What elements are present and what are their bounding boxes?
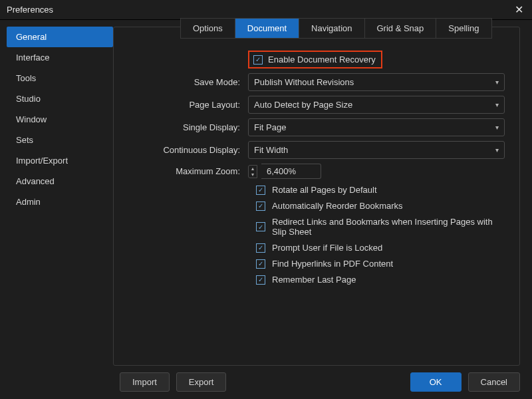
titlebar: Preferences ✕ (0, 0, 532, 20)
page-layout-value: Auto Detect by Page Size (254, 100, 352, 110)
checkbox-label: Find Hyperlinks in PDF Content (272, 259, 393, 269)
save-mode-select[interactable]: Publish Without Revisions▾ (248, 73, 505, 91)
chevron-down-icon: ▾ (495, 146, 499, 154)
tab-options[interactable]: Options (180, 18, 235, 39)
tab-document[interactable]: Document (235, 18, 299, 39)
save-mode-value: Publish Without Revisions (254, 77, 354, 87)
ok-button[interactable]: OK (410, 372, 462, 392)
page-layout-label: Page Layout: (128, 100, 248, 110)
enable-recovery-checkbox[interactable]: ✓ (253, 55, 263, 65)
sidebar-item-admin[interactable]: Admin (7, 192, 113, 212)
save-mode-label: Save Mode: (128, 77, 248, 87)
close-icon[interactable]: ✕ (512, 3, 525, 16)
single-display-value: Fit Page (254, 122, 286, 132)
checkbox-label: Automatically Reorder Bookmarks (272, 201, 403, 211)
max-zoom-label: Maximum Zoom: (128, 166, 248, 176)
max-zoom-input[interactable]: 6,400% (261, 164, 321, 179)
window-title: Preferences (7, 5, 53, 15)
check-row: ✓Automatically Reorder Bookmarks (256, 201, 505, 211)
checkbox[interactable]: ✓ (256, 243, 265, 253)
sidebar-item-sets[interactable]: Sets (7, 130, 113, 150)
sidebar-item-window[interactable]: Window (7, 109, 113, 130)
continuous-display-select[interactable]: Fit Width▾ (248, 141, 505, 159)
page-layout-select[interactable]: Auto Detect by Page Size▾ (248, 96, 505, 114)
tabs: OptionsDocumentNavigationGrid & SnapSpel… (180, 18, 492, 39)
enable-recovery-label: Enable Document Recovery (268, 55, 376, 65)
single-display-select[interactable]: Fit Page▾ (248, 118, 505, 136)
check-row: ✓Remember Last Page (256, 275, 505, 285)
tab-spelling[interactable]: Spelling (436, 18, 491, 39)
checkbox-label: Prompt User if File is Locked (272, 243, 382, 253)
zoom-spinner[interactable]: ▴▾ (248, 165, 257, 178)
footer: Import Export OK Cancel (0, 366, 532, 392)
check-row: ✓Find Hyperlinks in PDF Content (256, 259, 505, 269)
cancel-button[interactable]: Cancel (468, 372, 520, 392)
check-row: ✓Prompt User if File is Locked (256, 243, 505, 253)
sidebar-item-general[interactable]: General (7, 27, 113, 47)
chevron-down-icon: ▾ (495, 124, 499, 131)
chevron-up-icon[interactable]: ▴ (249, 166, 257, 172)
enable-recovery-highlight: ✓ Enable Document Recovery (248, 51, 382, 68)
single-display-label: Single Display: (128, 122, 248, 132)
checkbox[interactable]: ✓ (256, 201, 265, 211)
chevron-down-icon[interactable]: ▾ (249, 172, 257, 178)
checkbox-label: Remember Last Page (272, 275, 356, 285)
chevron-down-icon: ▾ (495, 78, 499, 86)
chevron-down-icon: ▾ (495, 101, 499, 108)
sidebar-item-import-export[interactable]: Import/Export (7, 150, 113, 171)
tab-grid-snap[interactable]: Grid & Snap (364, 18, 436, 39)
check-row: ✓Rotate all Pages by Default (256, 185, 505, 195)
continuous-display-label: Continuous Display: (128, 145, 248, 155)
sidebar-item-tools[interactable]: Tools (7, 68, 113, 88)
tab-navigation[interactable]: Navigation (299, 18, 364, 39)
checkbox[interactable]: ✓ (256, 186, 265, 195)
checkbox[interactable]: ✓ (256, 259, 265, 269)
check-row: ✓Redirect Links and Bookmarks when Inser… (256, 217, 505, 237)
checkbox-label: Redirect Links and Bookmarks when Insert… (272, 217, 505, 237)
sidebar-item-advanced[interactable]: Advanced (7, 171, 113, 192)
settings-panel: OptionsDocumentNavigationGrid & SnapSpel… (113, 27, 520, 366)
sidebar-item-interface[interactable]: Interface (7, 47, 113, 68)
checkbox[interactable]: ✓ (256, 222, 265, 231)
sidebar-item-studio[interactable]: Studio (7, 88, 113, 109)
export-button[interactable]: Export (176, 372, 227, 392)
continuous-display-value: Fit Width (254, 145, 288, 155)
sidebar: GeneralInterfaceToolsStudioWindowSetsImp… (0, 20, 113, 366)
checkbox-label: Rotate all Pages by Default (272, 185, 377, 195)
checkbox[interactable]: ✓ (256, 275, 265, 285)
import-button[interactable]: Import (120, 372, 170, 392)
